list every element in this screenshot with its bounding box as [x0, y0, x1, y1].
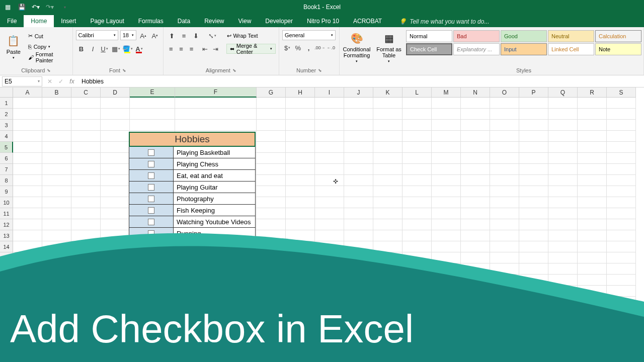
cell-L18[interactable]: [403, 286, 432, 297]
hobby-label[interactable]: Fish Keeping: [174, 205, 255, 216]
cell-O2[interactable]: [490, 109, 519, 120]
cell-D8[interactable]: [101, 175, 130, 186]
cell-I11[interactable]: [315, 208, 344, 219]
cell-M13[interactable]: [432, 230, 461, 241]
cell-A20[interactable]: [13, 308, 42, 319]
cell-A16[interactable]: [13, 263, 42, 275]
cell-M19[interactable]: [432, 297, 461, 308]
cell-S12[interactable]: [607, 219, 636, 230]
cell-G19[interactable]: [257, 297, 286, 308]
fx-icon[interactable]: fx: [66, 76, 77, 86]
cell-K11[interactable]: [373, 208, 403, 219]
cell-D9[interactable]: [101, 186, 130, 197]
cell-P15[interactable]: [519, 252, 548, 263]
cell-P13[interactable]: [519, 230, 548, 241]
cell-O1[interactable]: [490, 98, 519, 109]
cell-R22[interactable]: [578, 330, 607, 341]
cell-D24[interactable]: [101, 352, 130, 362]
cell-A15[interactable]: [13, 252, 42, 263]
cell-G1[interactable]: [257, 98, 286, 109]
checkbox-icon[interactable]: [148, 230, 154, 237]
cell-F1[interactable]: [175, 98, 257, 109]
hobby-label[interactable]: Playing with my Dogs: [174, 239, 255, 250]
cell-D3[interactable]: [101, 120, 130, 131]
tab-file[interactable]: File: [0, 15, 24, 27]
cell-D18[interactable]: [101, 286, 130, 297]
cell-Q20[interactable]: [548, 308, 578, 319]
cell-C18[interactable]: [71, 286, 101, 297]
font-name-combo[interactable]: Calibri▾: [76, 30, 118, 40]
number-format-combo[interactable]: General▾: [282, 30, 336, 40]
cell-A13[interactable]: [13, 230, 42, 241]
cell-C12[interactable]: [71, 219, 101, 230]
style-good[interactable]: Good: [501, 30, 547, 42]
cell-O23[interactable]: [490, 341, 519, 352]
hobby-label[interactable]: Coding: [174, 262, 255, 274]
cell-H9[interactable]: [286, 186, 315, 197]
cell-K21[interactable]: [373, 319, 403, 330]
hobby-checkbox-cell[interactable]: [129, 239, 174, 250]
cell-G9[interactable]: [257, 186, 286, 197]
row-header-9[interactable]: 9: [0, 186, 13, 197]
cell-E2[interactable]: [130, 109, 175, 120]
cell-R15[interactable]: [578, 252, 607, 263]
cell-D6[interactable]: [101, 153, 130, 164]
cell-Q12[interactable]: [548, 219, 578, 230]
cell-G4[interactable]: [257, 131, 286, 142]
col-header-F[interactable]: F: [175, 87, 257, 98]
cell-A10[interactable]: [13, 197, 42, 208]
cell-R21[interactable]: [578, 319, 607, 330]
cell-K2[interactable]: [373, 109, 403, 120]
cell-D13[interactable]: [101, 230, 130, 241]
cell-J22[interactable]: [344, 330, 373, 341]
cell-A17[interactable]: [13, 275, 42, 286]
cell-O5[interactable]: [490, 142, 519, 153]
hobbies-title-cell[interactable]: Hobbies: [129, 132, 256, 147]
cell-R10[interactable]: [578, 197, 607, 208]
cell-L21[interactable]: [403, 319, 432, 330]
cell-I10[interactable]: [315, 197, 344, 208]
cell-L16[interactable]: [403, 263, 432, 275]
cell-I22[interactable]: [315, 330, 344, 341]
increase-font-icon[interactable]: A▴: [138, 30, 148, 41]
cell-Q22[interactable]: [548, 330, 578, 341]
cell-B7[interactable]: [42, 164, 71, 175]
cell-O6[interactable]: [490, 153, 519, 164]
cell-J20[interactable]: [344, 308, 373, 319]
cell-S9[interactable]: [607, 186, 636, 197]
cell-I20[interactable]: [315, 308, 344, 319]
cell-C21[interactable]: [71, 319, 101, 330]
row-header-7[interactable]: 7: [0, 164, 13, 175]
cell-C14[interactable]: [71, 241, 101, 252]
cell-I15[interactable]: [315, 252, 344, 263]
cell-O10[interactable]: [490, 197, 519, 208]
cell-O14[interactable]: [490, 241, 519, 252]
row-header-23[interactable]: 23: [0, 341, 13, 352]
cell-A14[interactable]: [13, 241, 42, 252]
cell-G3[interactable]: [257, 120, 286, 131]
style-neutral[interactable]: Neutral: [548, 30, 594, 42]
col-header-E[interactable]: E: [130, 87, 175, 98]
cell-Q16[interactable]: [548, 263, 578, 275]
cell-R19[interactable]: [578, 297, 607, 308]
cell-S16[interactable]: [607, 263, 636, 275]
cell-C8[interactable]: [71, 175, 101, 186]
cell-J4[interactable]: [344, 131, 373, 142]
cell-F3[interactable]: [175, 120, 257, 131]
cell-S1[interactable]: [607, 98, 636, 109]
cell-J13[interactable]: [344, 230, 373, 241]
cell-J21[interactable]: [344, 319, 373, 330]
cell-I24[interactable]: [315, 352, 344, 362]
cell-L2[interactable]: [403, 109, 432, 120]
style-note[interactable]: Note: [595, 43, 641, 55]
cell-S3[interactable]: [607, 120, 636, 131]
checkbox-icon[interactable]: [148, 277, 154, 283]
cell-I3[interactable]: [315, 120, 344, 131]
tell-me-search[interactable]: 💡 Tell me what you want to do...: [399, 18, 489, 27]
row-header-19[interactable]: 19: [0, 297, 13, 308]
cell-J11[interactable]: [344, 208, 373, 219]
name-box[interactable]: E5▾: [2, 76, 42, 86]
style-input[interactable]: Input: [501, 43, 547, 55]
font-color-button[interactable]: A: [134, 43, 145, 54]
cell-P12[interactable]: [519, 219, 548, 230]
